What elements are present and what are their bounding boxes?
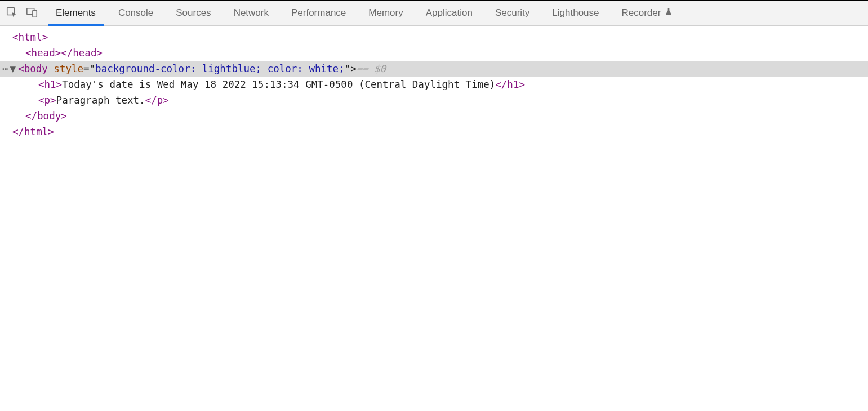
tab-label: Security xyxy=(495,7,529,19)
tab-sources[interactable]: Sources xyxy=(164,1,222,25)
tab-elements[interactable]: Elements xyxy=(44,1,107,25)
p-text: Paragraph text. xyxy=(56,92,145,108)
tag-name: body xyxy=(24,61,48,77)
tab-lighthouse[interactable]: Lighthouse xyxy=(541,1,610,25)
attr-name: style xyxy=(54,61,83,77)
tab-network[interactable]: Network xyxy=(222,1,280,25)
svg-rect-2 xyxy=(33,10,37,17)
attr-value: background-color: lightblue; color: whit… xyxy=(95,61,345,77)
dom-tag-close: </head> xyxy=(61,45,103,61)
inspect-icon[interactable] xyxy=(6,6,18,20)
dom-node-h1[interactable]: <h1>Today's date is Wed May 18 2022 15:1… xyxy=(0,77,868,92)
tab-label: Memory xyxy=(368,7,403,19)
dom-node-body-selected[interactable]: ⋯ ▼ <body style="background-color: light… xyxy=(0,61,868,77)
tab-recorder[interactable]: Recorder xyxy=(611,1,685,25)
flask-icon xyxy=(664,7,673,19)
device-toggle-icon[interactable] xyxy=(26,6,38,20)
tab-label: Recorder xyxy=(622,7,661,19)
tab-console[interactable]: Console xyxy=(107,1,164,25)
tab-label: Application xyxy=(426,7,473,19)
tab-label: Performance xyxy=(291,7,346,19)
tab-security[interactable]: Security xyxy=(484,1,541,25)
dom-tag: <html> xyxy=(12,29,48,45)
toolbar-icon-group xyxy=(0,1,44,25)
tab-label: Console xyxy=(118,7,153,19)
h1-text: Today's date is Wed May 18 2022 15:13:34… xyxy=(62,77,495,92)
open-angle: < xyxy=(18,61,24,77)
dom-tree[interactable]: <html> <head></head> ⋯ ▼ <body style="ba… xyxy=(0,26,868,140)
devtools-toolbar: Elements Console Sources Network Perform… xyxy=(0,0,868,26)
dom-tag: <head> xyxy=(25,45,61,61)
tab-application[interactable]: Application xyxy=(415,1,484,25)
dom-node-head[interactable]: <head></head> xyxy=(0,45,868,61)
tab-label: Lighthouse xyxy=(552,7,599,19)
ellipsis-icon[interactable]: ⋯ xyxy=(0,61,10,77)
tab-label: Elements xyxy=(56,7,96,19)
dom-node-html-open[interactable]: <html> xyxy=(0,29,868,45)
dom-node-body-close[interactable]: </body> xyxy=(0,108,868,124)
disclosure-icon[interactable]: ▼ xyxy=(10,61,19,77)
panel-tabs: Elements Console Sources Network Perform… xyxy=(44,1,684,25)
dom-node-html-close[interactable]: </html> xyxy=(0,124,868,140)
tab-performance[interactable]: Performance xyxy=(280,1,357,25)
tab-memory[interactable]: Memory xyxy=(357,1,414,25)
dom-node-p[interactable]: <p>Paragraph text.</p> xyxy=(0,92,868,108)
tab-label: Network xyxy=(234,7,269,19)
tab-label: Sources xyxy=(176,7,211,19)
selected-annotation: == $0 xyxy=(357,61,386,77)
